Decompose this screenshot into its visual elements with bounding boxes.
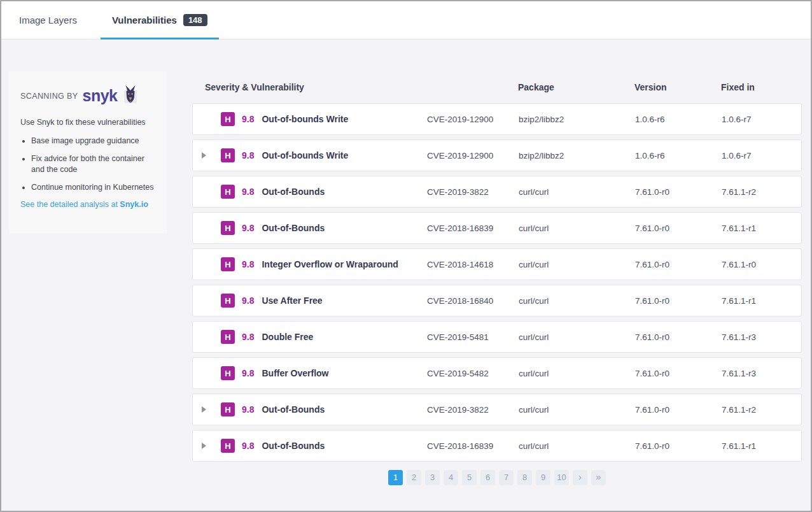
tab-image-layers-label: Image Layers (19, 15, 77, 25)
package-cell: bzip2/libbz2 (519, 115, 635, 124)
table-header-row: Severity & Vulnerability Package Version… (192, 71, 802, 103)
severity-vulnerability-cell: H 9.8 Out-of-bounds Write (193, 112, 427, 126)
package-cell: curl/curl (519, 441, 635, 451)
link-site: Snyk.io (120, 200, 148, 209)
version-cell: 7.61.0-r0 (635, 260, 722, 269)
snyk-detailed-analysis-link[interactable]: See the detailed analysis at Snyk.io (20, 200, 155, 209)
table-row[interactable]: H 9.8 Double Free CVE-2019-5481 curl/cur… (192, 321, 802, 353)
vulnerabilities-count-badge: 148 (183, 14, 207, 26)
severity-vulnerability-cell: H 9.8 Out-of-bounds Write (193, 148, 427, 162)
page-button-9[interactable]: 9 (536, 470, 550, 485)
cvss-score: 9.8 (242, 295, 254, 306)
version-cell: 7.61.0-r0 (635, 224, 722, 233)
package-cell: curl/curl (519, 369, 635, 378)
cve-cell: CVE-2018-16839 (427, 224, 519, 233)
package-cell: curl/curl (519, 260, 635, 269)
vulnerability-title: Out-of-Bounds (262, 441, 325, 451)
vulnerability-table: Severity & Vulnerability Package Version… (192, 71, 802, 485)
table-row[interactable]: H 9.8 Out-of-bounds Write CVE-2019-12900… (192, 139, 802, 171)
table-row[interactable]: H 9.8 Out-of-bounds Write CVE-2019-12900… (192, 103, 802, 135)
table-row[interactable]: H 9.8 Use After Free CVE-2018-16840 curl… (192, 285, 802, 316)
package-cell: curl/curl (519, 405, 635, 415)
vulnerability-title: Out-of-bounds Write (262, 150, 348, 160)
severity-badge: H (221, 330, 235, 344)
table-row[interactable]: H 9.8 Out-of-Bounds CVE-2019-3822 curl/c… (192, 176, 802, 208)
version-cell: 1.0.6-r6 (635, 115, 722, 124)
header-severity-vulnerability: Severity & Vulnerability (192, 82, 426, 92)
fixed-in-cell: 7.61.1-r3 (722, 332, 801, 342)
cve-cell: CVE-2019-3822 (427, 187, 519, 197)
page-button-3[interactable]: 3 (425, 470, 440, 485)
severity-badge: H (221, 402, 235, 416)
expand-arrow-icon[interactable] (202, 152, 221, 159)
benefit-item: Fix advice for both the container and th… (31, 153, 155, 175)
fixed-in-cell: 1.0.6-r7 (722, 115, 801, 124)
severity-badge: H (221, 185, 235, 199)
package-cell: curl/curl (519, 296, 635, 306)
cvss-score: 9.8 (242, 223, 254, 233)
tab-vulnerabilities[interactable]: Vulnerabilities 148 (101, 1, 219, 39)
page-button-6[interactable]: 6 (480, 470, 495, 485)
severity-vulnerability-cell: H 9.8 Out-of-Bounds (193, 185, 427, 199)
page-button-2[interactable]: 2 (407, 470, 421, 485)
fixed-in-cell: 7.61.1-r3 (722, 369, 801, 378)
page-button-7[interactable]: 7 (499, 470, 514, 485)
cvss-score: 9.8 (242, 187, 254, 197)
vulnerability-title: Out-of-Bounds (262, 223, 325, 233)
header-version: Version (634, 82, 721, 92)
cve-cell: CVE-2019-12900 (427, 115, 519, 124)
table-row[interactable]: H 9.8 Integer Overflow or Wraparound CVE… (192, 248, 802, 280)
tab-vulnerabilities-label: Vulnerabilities (112, 15, 177, 25)
vulnerability-title: Buffer Overflow (262, 368, 328, 378)
fixed-in-cell: 7.61.1-r0 (722, 260, 801, 269)
severity-badge: H (221, 439, 235, 453)
version-cell: 7.61.0-r0 (635, 405, 722, 415)
fixed-in-cell: 7.61.1-r1 (722, 296, 801, 306)
scanning-by-label: SCANNING BY (20, 92, 78, 101)
cvss-score: 9.8 (242, 114, 254, 124)
severity-vulnerability-cell: H 9.8 Out-of-Bounds (193, 402, 427, 416)
page-button-4[interactable]: 4 (444, 470, 458, 485)
cvss-score: 9.8 (242, 441, 254, 451)
version-cell: 7.61.0-r0 (635, 187, 722, 197)
cvss-score: 9.8 (242, 150, 254, 160)
cvss-score: 9.8 (242, 332, 254, 342)
severity-badge: H (221, 294, 235, 308)
cve-cell: CVE-2019-5481 (427, 332, 519, 342)
table-row[interactable]: H 9.8 Buffer Overflow CVE-2019-5482 curl… (192, 357, 802, 389)
vulnerability-title: Out-of-Bounds (262, 187, 325, 197)
page-button-10[interactable]: 10 (554, 470, 569, 485)
cve-cell: CVE-2018-14618 (427, 260, 519, 269)
fixed-in-cell: 7.61.1-r1 (722, 224, 801, 233)
next-page-button[interactable]: › (573, 470, 587, 485)
vulnerability-title: Use After Free (262, 295, 322, 306)
tab-image-layers[interactable]: Image Layers (19, 1, 77, 39)
snyk-intro-text: Use Snyk to fix these vulnerabilities (20, 118, 155, 127)
expand-arrow-icon[interactable] (202, 443, 221, 449)
snyk-logo: snyk (83, 87, 118, 105)
expand-arrow-icon[interactable] (202, 406, 221, 413)
package-cell: curl/curl (519, 224, 635, 233)
table-row[interactable]: H 9.8 Out-of-Bounds CVE-2019-3822 curl/c… (192, 394, 802, 425)
page-button-8[interactable]: 8 (517, 470, 532, 485)
last-page-button[interactable]: » (591, 470, 606, 485)
scanning-by-row: SCANNING BY snyk (20, 87, 155, 105)
severity-badge: H (221, 148, 235, 162)
cve-cell: CVE-2018-16839 (427, 441, 519, 451)
table-row[interactable]: H 9.8 Out-of-Bounds CVE-2018-16839 curl/… (192, 212, 802, 244)
link-prefix: See the detailed analysis at (20, 200, 120, 209)
vulnerability-title: Integer Overflow or Wraparound (262, 259, 398, 269)
severity-badge: H (221, 257, 235, 271)
severity-vulnerability-cell: H 9.8 Buffer Overflow (193, 366, 427, 380)
severity-vulnerability-cell: H 9.8 Out-of-Bounds (193, 221, 427, 235)
table-body: H 9.8 Out-of-bounds Write CVE-2019-12900… (192, 103, 802, 462)
fixed-in-cell: 7.61.1-r2 (722, 405, 801, 415)
cvss-score: 9.8 (242, 259, 254, 269)
chevron-right-icon: › (578, 471, 582, 482)
page-button-1[interactable]: 1 (388, 470, 403, 485)
snyk-dog-icon (122, 85, 139, 104)
page-button-5[interactable]: 5 (462, 470, 477, 485)
table-row[interactable]: H 9.8 Out-of-Bounds CVE-2018-16839 curl/… (192, 430, 802, 462)
vulnerability-title: Out-of-bounds Write (262, 114, 348, 124)
version-cell: 7.61.0-r0 (635, 296, 722, 306)
